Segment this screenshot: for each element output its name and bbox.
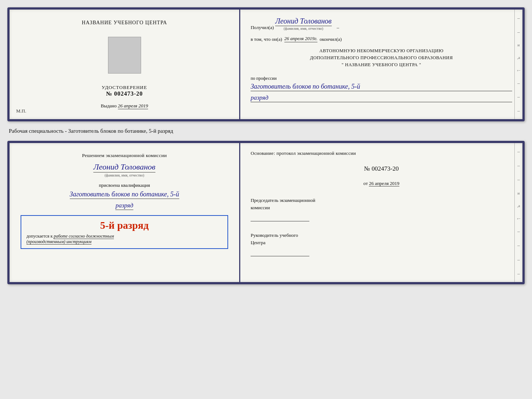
stamp-italic1: работе согласно должностным <box>54 234 114 239</box>
chairman-label2: комиссии <box>251 205 270 210</box>
org-block: АВТОНОМНУЮ НЕКОММЕРЧЕСКУЮ ОРГАНИЗАЦИЮ ДО… <box>251 47 512 68</box>
stamp-allowed-block: допускается к работе согласно должностны… <box>26 234 222 245</box>
finished-label: окончил(а) <box>320 36 342 42</box>
bottom-document: Решением экзаменационной комиссии Леонид… <box>7 141 525 284</box>
chairman-label1: Председатель экзаменационной <box>251 197 315 203</box>
org-line1: АВТОНОМНУЮ НЕКОММЕРЧЕСКУЮ ОРГАНИЗАЦИЮ <box>251 47 512 54</box>
date-line: в том, что он(а) 26 апреля 2019г. окончи… <box>251 36 512 42</box>
basis-text: Основание: протокол экзаменационной коми… <box>251 150 512 156</box>
org-line3: " НАЗВАНИЕ УЧЕБНОГО ЦЕНТРА " <box>251 61 512 68</box>
profession-value: Заготовитель блоков по ботанике, 5-й <box>251 83 512 91</box>
head-sign-block: Руководитель учебного Центра <box>251 232 512 256</box>
top-doc-left: НАЗВАНИЕ УЧЕБНОГО ЦЕНТРА УДОСТОВЕРЕНИЕ №… <box>10 10 240 119</box>
recipient-line: Получил(а) Леонид Толованов (фамилия, им… <box>251 17 512 31</box>
qual-value: Заготовитель блоков по ботанике, 5-й <box>70 190 179 199</box>
org-line2: ДОПОЛНИТЕЛЬНОГО ПРОФЕССИОНАЛЬНОГО ОБРАЗО… <box>251 54 512 61</box>
mp-label: М.П. <box>16 108 26 114</box>
cert-number: № 002473-20 <box>102 90 147 97</box>
rank-value-top: разряд <box>251 94 512 102</box>
recipient-prefix: Получил(а) <box>251 25 274 31</box>
cert-label: УДОСТОВЕРЕНИЕ <box>102 85 147 90</box>
chairman-sign-block: Председатель экзаменационной комиссии <box>251 197 512 221</box>
edge-marks-top: – – и ,а ‹– – – – <box>514 10 522 119</box>
fio-caption: (фамилия, имя, отчество) <box>275 26 331 31</box>
commission-text: Решением экзаменационной комиссии <box>82 152 167 159</box>
issued-date: 26 апреля 2019 <box>118 103 148 109</box>
from-prefix: от <box>363 181 368 186</box>
stamp-allowed-text: допускается к <box>26 234 53 239</box>
stamp-rank: 5-й разряд <box>26 220 222 231</box>
top-center-title: НАЗВАНИЕ УЧЕБНОГО ЦЕНТРА <box>82 20 167 26</box>
qualification-text: присвоена квалификация <box>99 182 150 188</box>
bottom-doc-left: Решением экзаменационной комиссии Леонид… <box>10 143 240 282</box>
protocol-number: № 002473-20 <box>251 165 512 172</box>
rank-bottom: разряд <box>115 202 133 210</box>
from-date-val: 26 апреля 2019 <box>369 181 399 186</box>
top-doc-right: Получил(а) Леонид Толованов (фамилия, им… <box>240 10 522 119</box>
head-label1: Руководитель учебного <box>251 232 298 238</box>
page-wrapper: НАЗВАНИЕ УЧЕБНОГО ЦЕНТРА УДОСТОВЕРЕНИЕ №… <box>7 7 525 284</box>
photo-placeholder <box>108 37 141 74</box>
head-sign-line <box>251 249 309 256</box>
stamp-box: 5-й разряд допускается к работе согласно… <box>21 215 228 249</box>
recipient-name: Леонид Толованов <box>275 17 331 26</box>
fio-sub-bottom: (фамилия, имя, отчество) <box>105 173 144 177</box>
cert-number-block: УДОСТОВЕРЕНИЕ № 002473-20 <box>102 85 147 97</box>
profession-label: по профессии <box>251 76 277 81</box>
chairman-sign-line <box>251 214 309 221</box>
bottom-doc-right: Основание: протокол экзаменационной коми… <box>240 143 522 282</box>
profession-block: по профессии Заготовитель блоков по бота… <box>251 75 512 102</box>
edge-marks-bottom: – – – и ,а ‹– – – – – <box>514 143 522 282</box>
head-label2: Центра <box>251 240 265 245</box>
issued-line: Выдано 26 апреля 2019 <box>101 103 148 109</box>
date-value: 26 апреля 2019г. <box>284 36 317 42</box>
dash-top: – <box>337 25 339 31</box>
stamp-italic2: (производственным) инструкциям <box>26 239 91 245</box>
date-prefix: в том, что он(а) <box>251 36 282 42</box>
top-document: НАЗВАНИЕ УЧЕБНОГО ЦЕНТРА УДОСТОВЕРЕНИЕ №… <box>7 7 525 121</box>
specialty-label: Рабочая специальность - Заготовитель бло… <box>7 128 525 134</box>
from-date-line: от 26 апреля 2019 <box>251 181 512 186</box>
issued-prefix: Выдано <box>101 103 116 108</box>
person-name-large: Леонид Толованов <box>93 162 155 172</box>
chairman-label: Председатель экзаменационной комиссии <box>251 197 512 211</box>
head-label: Руководитель учебного Центра <box>251 232 512 246</box>
